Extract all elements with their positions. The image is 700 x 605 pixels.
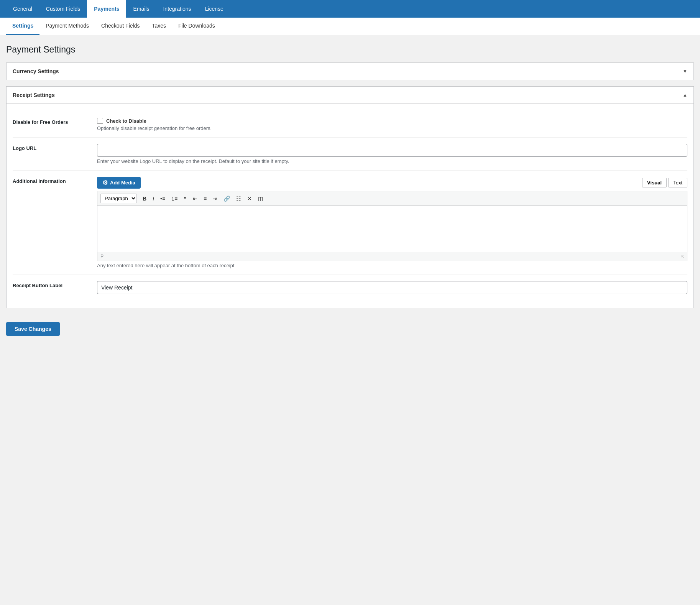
editor-tab-text[interactable]: Text [668, 178, 687, 187]
receipt-button-label-label: Receipt Button Label [13, 281, 97, 288]
additional-info-desc: Any text entered here will appear at the… [97, 263, 687, 268]
editor-toolbar: Paragraph B I •≡ 1≡ ❝ ⇤ ≡ ⇥ 🔗 [97, 191, 687, 206]
add-media-icon: ⚙ [102, 179, 108, 186]
receipt-settings-section: Receipt Settings ▲ Disable for Free Orde… [6, 86, 694, 308]
unordered-list-button[interactable]: •≡ [158, 195, 168, 202]
more-tools-button[interactable]: ◫ [255, 195, 266, 202]
disable-free-orders-checkbox-label[interactable]: Check to Disable [97, 118, 687, 124]
currency-settings-section: Currency Settings ▼ [6, 62, 694, 80]
tab-general[interactable]: General [6, 0, 39, 18]
link-button[interactable]: 🔗 [221, 195, 233, 202]
subnav-settings[interactable]: Settings [6, 18, 39, 35]
additional-info-row: Additional Information ⚙ Add Media Visua… [13, 171, 687, 275]
editor-tabs-container: Visual Text [642, 178, 687, 187]
currency-settings-header[interactable]: Currency Settings ▼ [7, 63, 693, 80]
receipt-settings-header[interactable]: Receipt Settings ▲ [7, 87, 693, 104]
logo-url-label: Logo URL [13, 144, 97, 151]
logo-url-row: Logo URL Enter your website Logo URL to … [13, 138, 687, 171]
add-media-label: Add Media [110, 180, 135, 186]
disable-free-orders-field: Check to Disable Optionally disable rece… [97, 118, 687, 131]
align-right-button[interactable]: ⇥ [210, 195, 220, 202]
editor-wrapper: Paragraph B I •≡ 1≡ ❝ ⇤ ≡ ⇥ 🔗 [97, 191, 687, 261]
subnav-file-downloads[interactable]: File Downloads [172, 18, 221, 35]
italic-button[interactable]: I [150, 195, 157, 202]
align-left-button[interactable]: ⇤ [190, 195, 200, 202]
additional-info-field: ⚙ Add Media Visual Text Paragraph [97, 177, 687, 268]
editor-tag-p: P [100, 254, 104, 259]
disable-free-orders-checkbox[interactable] [97, 118, 103, 124]
save-changes-button[interactable]: Save Changes [6, 322, 60, 336]
ordered-list-button[interactable]: 1≡ [169, 195, 180, 202]
logo-url-input[interactable] [97, 144, 687, 157]
additional-info-label: Additional Information [13, 177, 97, 184]
subnav-checkout-fields[interactable]: Checkout Fields [95, 18, 146, 35]
page-title: Payment Settings [6, 44, 694, 55]
disable-free-orders-row: Disable for Free Orders Check to Disable… [13, 112, 687, 138]
receipt-button-label-input[interactable] [97, 281, 687, 294]
tab-custom-fields[interactable]: Custom Fields [39, 0, 87, 18]
logo-url-desc: Enter your website Logo URL to display o… [97, 158, 687, 164]
tab-license[interactable]: License [198, 0, 230, 18]
disable-free-orders-checkbox-text: Check to Disable [106, 118, 146, 124]
align-center-button[interactable]: ≡ [201, 195, 209, 202]
disable-free-orders-label: Disable for Free Orders [13, 118, 97, 125]
paragraph-select[interactable]: Paragraph [100, 194, 137, 203]
currency-settings-title: Currency Settings [13, 68, 59, 74]
tab-integrations[interactable]: Integrations [156, 0, 198, 18]
subnav-payment-methods[interactable]: Payment Methods [39, 18, 95, 35]
receipt-settings-body: Disable for Free Orders Check to Disable… [7, 104, 693, 308]
receipt-settings-title: Receipt Settings [13, 92, 55, 98]
chevron-up-icon: ▲ [683, 92, 687, 98]
chevron-down-icon: ▼ [683, 69, 687, 74]
editor-content-area[interactable] [97, 206, 687, 252]
editor-tab-visual[interactable]: Visual [642, 178, 667, 187]
receipt-button-label-field [97, 281, 687, 294]
receipt-button-label-row: Receipt Button Label [13, 275, 687, 300]
logo-url-field: Enter your website Logo URL to display o… [97, 144, 687, 164]
top-navigation: General Custom Fields Payments Emails In… [0, 0, 700, 18]
disable-free-orders-desc: Optionally disable receipt generation fo… [97, 125, 687, 131]
editor-top-bar: ⚙ Add Media Visual Text [97, 177, 687, 189]
tab-emails[interactable]: Emails [126, 0, 156, 18]
resize-handle-icon[interactable]: ⇱ [681, 255, 684, 259]
add-media-button[interactable]: ⚙ Add Media [97, 177, 141, 189]
bold-button[interactable]: B [140, 195, 149, 202]
subnav-taxes[interactable]: Taxes [146, 18, 172, 35]
blockquote-button[interactable]: ❝ [181, 195, 189, 202]
tab-payments[interactable]: Payments [87, 0, 126, 18]
fullscreen-button[interactable]: ✕ [245, 195, 255, 202]
sub-navigation: Settings Payment Methods Checkout Fields… [0, 18, 700, 35]
table-button[interactable]: ☷ [233, 195, 244, 202]
page-content: Payment Settings Currency Settings ▼ Rec… [0, 35, 700, 345]
editor-footer: P ⇱ [97, 252, 687, 261]
